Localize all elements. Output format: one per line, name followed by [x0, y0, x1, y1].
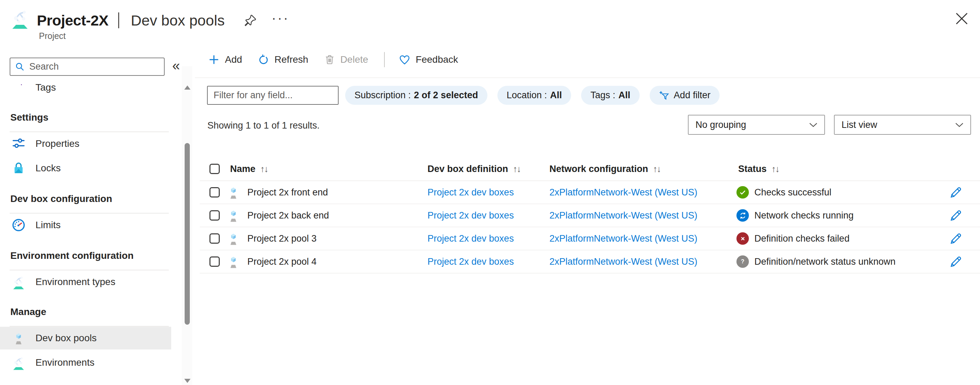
- sidebar-divider: [10, 213, 169, 213]
- sidebar-item-label: Properties: [35, 138, 80, 149]
- trash-icon: [324, 54, 335, 65]
- heart-icon: [399, 54, 410, 66]
- filter-pills: Subscription :2 of 2 selected Location :…: [345, 86, 719, 105]
- sidebar-item-properties[interactable]: Properties: [0, 133, 171, 155]
- sidebar-divider: [10, 326, 169, 326]
- sidebar-item-environment-types[interactable]: Environment types: [0, 271, 171, 293]
- sidebar-item-label: Tags: [35, 82, 56, 93]
- edit-pencil-icon[interactable]: [949, 185, 963, 200]
- sort-icon: ↑↓: [653, 164, 661, 174]
- table-row[interactable]: Project 2x pool 3 Project 2x dev boxes 2…: [200, 227, 980, 250]
- network-link[interactable]: 2xPlatformNetwork-West (West US): [549, 256, 698, 267]
- row-checkbox[interactable]: [210, 256, 220, 267]
- status-unknown-icon: ?: [737, 256, 749, 268]
- definition-link[interactable]: Project 2x dev boxes: [428, 256, 514, 267]
- gauge-icon: [10, 217, 27, 233]
- add-button[interactable]: Add: [208, 54, 242, 65]
- svg-text:?: ?: [741, 258, 745, 264]
- sort-icon: ↑↓: [513, 164, 520, 174]
- row-checkbox[interactable]: [210, 233, 220, 244]
- plus-icon: [208, 54, 220, 65]
- results-summary: Showing 1 to 1 of 1 results.: [207, 120, 320, 131]
- edit-pencil-icon[interactable]: [949, 254, 963, 269]
- devbox-pool-icon: [225, 250, 242, 273]
- toolbar-divider: [195, 78, 980, 78]
- view-dropdown[interactable]: List view: [834, 115, 971, 135]
- blade-page-title: Dev box pools: [131, 12, 225, 29]
- network-link[interactable]: 2xPlatformNetwork-West (West US): [549, 210, 698, 221]
- sidebar-item-dev-box-pools[interactable]: Dev box pools: [0, 327, 171, 350]
- definition-link[interactable]: Project 2x dev boxes: [428, 210, 514, 221]
- close-icon[interactable]: [954, 11, 969, 26]
- pool-name: Project 2x pool 4: [247, 250, 317, 273]
- sidebar-divider: [10, 270, 169, 270]
- command-bar: Add Refresh Delete Feedback: [208, 48, 474, 71]
- status-cell: Checks successful: [737, 181, 832, 204]
- resource-title: Project-2X: [37, 12, 108, 29]
- definition-link[interactable]: Project 2x dev boxes: [428, 233, 514, 244]
- table-row[interactable]: Project 2x pool 4 Project 2x dev boxes 2…: [200, 250, 980, 273]
- chevron-down-icon: [955, 123, 964, 127]
- network-link[interactable]: 2xPlatformNetwork-West (West US): [549, 187, 698, 198]
- devbox-pool-icon: [225, 181, 242, 204]
- project-resource-icon: [10, 7, 30, 30]
- refresh-button[interactable]: Refresh: [258, 54, 308, 65]
- sidebar-search[interactable]: [10, 58, 165, 76]
- sort-icon: ↑↓: [261, 164, 268, 174]
- sidebar-item-environments[interactable]: Environments: [0, 351, 171, 374]
- status-text: Definition checks failed: [754, 233, 850, 244]
- devbox-icon: [10, 330, 27, 347]
- sidebar-item-tags[interactable]: Tags: [0, 77, 171, 99]
- definition-link[interactable]: Project 2x dev boxes: [428, 187, 514, 198]
- sidebar-divider: [10, 132, 169, 132]
- delete-button[interactable]: Delete: [324, 54, 368, 65]
- sidebar-item-label: Environments: [35, 357, 94, 368]
- tags-filter-pill[interactable]: Tags :All: [581, 86, 640, 105]
- scroll-up-icon[interactable]: [184, 85, 191, 89]
- status-text: Checks successful: [754, 187, 832, 198]
- table-row[interactable]: Project 2x back end Project 2x dev boxes…: [200, 204, 980, 227]
- pool-name: Project 2x pool 3: [247, 227, 317, 250]
- title-separator: [118, 13, 119, 28]
- scroll-down-icon[interactable]: [184, 379, 191, 383]
- grouping-dropdown[interactable]: No grouping: [688, 115, 825, 135]
- add-filter-pill[interactable]: Add filter: [650, 86, 720, 105]
- pin-icon[interactable]: [244, 14, 257, 27]
- network-link[interactable]: 2xPlatformNetwork-West (West US): [549, 233, 698, 244]
- edit-pencil-icon[interactable]: [949, 208, 963, 223]
- sidebar-item-label: Limits: [35, 220, 60, 231]
- sidebar-section-manage: Manage: [10, 307, 46, 318]
- sliders-icon: [10, 136, 27, 152]
- status-text: Network checks running: [754, 210, 854, 221]
- sidebar-scrollbar[interactable]: [182, 66, 192, 385]
- column-header-name[interactable]: Name↑↓: [230, 157, 268, 181]
- filter-field-input[interactable]: [207, 86, 339, 105]
- globe-icon: [10, 354, 27, 371]
- location-filter-pill[interactable]: Location :All: [497, 86, 571, 105]
- edit-pencil-icon[interactable]: [949, 231, 963, 246]
- status-cell: Definition checks failed: [737, 227, 850, 250]
- subscription-filter-pill[interactable]: Subscription :2 of 2 selected: [345, 86, 487, 105]
- resource-type-label: Project: [39, 31, 66, 41]
- sidebar-section-settings: Settings: [10, 112, 48, 123]
- search-input[interactable]: [29, 61, 159, 72]
- sidebar-section-environment-configuration: Environment configuration: [10, 250, 134, 261]
- column-header-definition[interactable]: Dev box definition↑↓: [428, 157, 520, 181]
- devbox-pool-icon: [225, 227, 242, 250]
- column-header-network[interactable]: Network configuration↑↓: [549, 157, 661, 181]
- sidebar-item-label: Environment types: [35, 276, 115, 288]
- sidebar-item-limits[interactable]: Limits: [0, 214, 171, 236]
- more-actions-icon[interactable]: ···: [271, 11, 290, 30]
- row-checkbox[interactable]: [210, 187, 220, 198]
- column-header-status[interactable]: Status↑↓: [738, 157, 779, 181]
- blade-title-row: Project-2X Dev box pools ···: [37, 10, 290, 31]
- pool-name: Project 2x front end: [247, 181, 328, 204]
- select-all-checkbox[interactable]: [210, 157, 220, 181]
- collapse-sidebar-icon[interactable]: «: [172, 58, 180, 73]
- status-failed-icon: [737, 232, 749, 245]
- table-row[interactable]: Project 2x front end Project 2x dev boxe…: [200, 181, 980, 204]
- row-checkbox[interactable]: [210, 210, 220, 220]
- feedback-button[interactable]: Feedback: [399, 54, 458, 66]
- sidebar-section-devbox-configuration: Dev box configuration: [10, 193, 112, 204]
- tag-icon: [10, 79, 27, 96]
